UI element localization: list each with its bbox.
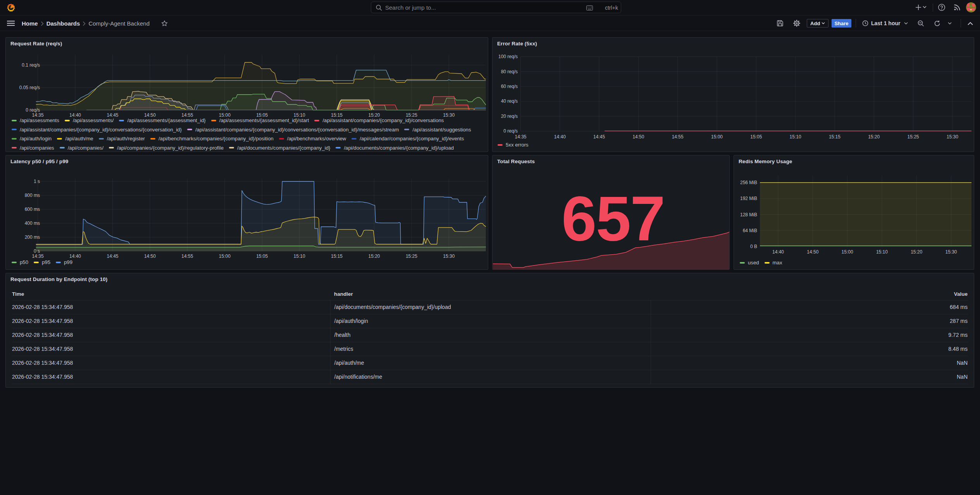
svg-text:15:00: 15:00 [711,134,723,140]
svg-text:15:30: 15:30 [945,249,957,255]
svg-text:14:50: 14:50 [144,254,156,259]
svg-text:15:20: 15:20 [911,249,922,255]
svg-text:15:20: 15:20 [868,134,880,140]
svg-text:15:10: 15:10 [790,134,801,140]
svg-text:0 req/s: 0 req/s [26,107,40,113]
svg-text:1 s: 1 s [34,179,40,184]
svg-text:80 req/s: 80 req/s [501,69,518,74]
svg-text:15:10: 15:10 [294,254,305,259]
svg-text:15:25: 15:25 [406,254,417,259]
svg-text:0 s: 0 s [34,248,40,254]
svg-text:14:40: 14:40 [554,134,566,140]
svg-text:60 req/s: 60 req/s [501,84,518,89]
svg-text:15:05: 15:05 [750,134,762,140]
svg-text:15:00: 15:00 [842,249,853,255]
svg-text:14:40: 14:40 [772,249,784,255]
svg-text:0 B: 0 B [750,244,757,249]
svg-text:0 req/s: 0 req/s [503,128,518,134]
svg-text:200 ms: 200 ms [25,235,40,240]
svg-text:192 MiB: 192 MiB [740,196,757,201]
svg-text:14:45: 14:45 [107,254,118,259]
svg-text:15:15: 15:15 [829,134,840,140]
svg-text:15:15: 15:15 [331,254,343,259]
svg-text:15:05: 15:05 [256,254,268,259]
svg-text:20 req/s: 20 req/s [501,114,518,119]
svg-text:14:55: 14:55 [672,134,684,140]
svg-text:15:30: 15:30 [947,134,958,140]
svg-text:15:00: 15:00 [219,254,231,259]
svg-text:800 ms: 800 ms [25,193,40,198]
svg-text:15:30: 15:30 [443,254,455,259]
svg-text:14:50: 14:50 [807,249,818,255]
svg-text:64 MiB: 64 MiB [743,228,757,233]
svg-text:600 ms: 600 ms [25,207,40,212]
svg-text:128 MiB: 128 MiB [740,212,757,217]
svg-text:0.1 req/s: 0.1 req/s [22,62,40,68]
svg-text:0.05 req/s: 0.05 req/s [19,85,40,90]
svg-text:14:45: 14:45 [593,134,605,140]
svg-text:256 MiB: 256 MiB [740,180,757,185]
svg-text:14:55: 14:55 [181,254,193,259]
svg-text:40 req/s: 40 req/s [501,98,518,104]
svg-text:15:10: 15:10 [876,249,888,255]
svg-text:14:35: 14:35 [515,134,526,140]
svg-text:400 ms: 400 ms [25,221,40,226]
svg-text:100 req/s: 100 req/s [498,54,518,59]
svg-text:15:20: 15:20 [368,254,380,259]
svg-text:15:25: 15:25 [907,134,919,140]
svg-text:14:50: 14:50 [632,134,644,140]
